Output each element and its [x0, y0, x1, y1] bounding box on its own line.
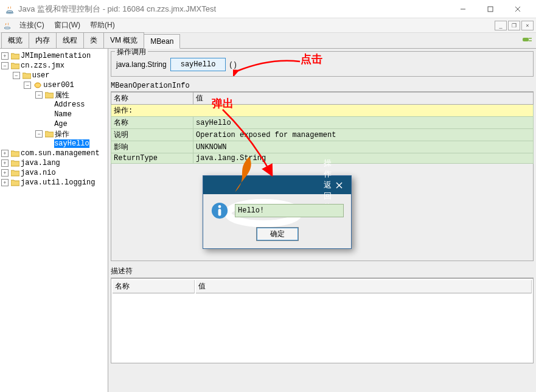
- window-title: Java 监视和管理控制台 - pid: 16084 cn.zzs.jmx.JM…: [18, 4, 449, 15]
- tree-node[interactable]: +java.lang: [1, 158, 106, 168]
- col-name: 名称: [111, 93, 193, 105]
- svg-point-6: [4, 27, 10, 29]
- tree-node[interactable]: −操作: [1, 129, 106, 139]
- tab-threads[interactable]: 线程: [56, 32, 84, 48]
- java-icon: [5, 4, 15, 14]
- svg-point-15: [218, 205, 221, 208]
- svg-rect-3: [488, 7, 493, 12]
- tree-node[interactable]: +java.util.logging: [1, 178, 106, 187]
- maximize-button[interactable]: [476, 1, 504, 18]
- row-operation: 操作:: [111, 105, 534, 117]
- descriptor-header: 描述符: [111, 265, 534, 278]
- col-name: 名称: [113, 280, 195, 293]
- mbean-info-header: MBeanOperationInfo: [111, 80, 534, 92]
- mdi-restore-button[interactable]: ❐: [508, 21, 520, 30]
- tab-mbean[interactable]: MBean: [144, 34, 180, 49]
- col-value: 值: [193, 93, 534, 105]
- tree-node[interactable]: −cn.zzs.jmx: [1, 61, 106, 71]
- menu-help[interactable]: 帮助(H): [85, 18, 120, 32]
- mbean-info-table: 名称值 操作: 名称sayHello 说明Operation exposed f…: [111, 92, 534, 164]
- java-icon: [2, 21, 12, 30]
- java-icon: [207, 128, 320, 242]
- tree-leaf[interactable]: Age: [1, 119, 106, 129]
- info-icon: [211, 201, 229, 220]
- col-value: 值: [196, 280, 532, 293]
- tree-leaf[interactable]: Address: [1, 100, 106, 110]
- mdi-close-button[interactable]: ×: [521, 21, 534, 30]
- tree-node[interactable]: −user: [1, 71, 106, 80]
- mbean-tree[interactable]: +JMImplementation −cn.zzs.jmx −user −use…: [0, 49, 108, 392]
- params-label: ( ): [229, 60, 236, 69]
- menu-window[interactable]: 窗口(W): [49, 18, 85, 32]
- tree-node[interactable]: +java.nio: [1, 168, 106, 178]
- menubar: 连接(C) 窗口(W) 帮助(H) _ ❐ ×: [0, 18, 536, 33]
- operation-invoke-group: 操作调用 java.lang.String sayHello ( ): [111, 51, 534, 77]
- tree-node[interactable]: +JMImplementation: [1, 51, 106, 61]
- tab-overview[interactable]: 概览: [1, 32, 29, 48]
- tab-classes[interactable]: 类: [83, 32, 104, 48]
- tree-node[interactable]: −属性: [1, 90, 106, 100]
- mdi-minimize-button[interactable]: _: [495, 21, 507, 30]
- return-value-field[interactable]: Hello!: [235, 204, 344, 217]
- return-value-dialog: 操作返回值 Hello! 确定: [203, 175, 352, 249]
- dialog-titlebar[interactable]: 操作返回值: [203, 176, 351, 194]
- tabbar: 概览 内存 线程 类 VM 概览 MBean: [0, 33, 536, 49]
- connection-icon: [521, 35, 532, 44]
- tab-memory[interactable]: 内存: [29, 32, 57, 48]
- group-legend: 操作调用: [115, 49, 148, 57]
- return-type-label: java.lang.String: [116, 60, 167, 69]
- close-button[interactable]: [504, 1, 531, 18]
- titlebar: Java 监视和管理控制台 - pid: 16084 cn.zzs.jmx.JM…: [0, 0, 536, 18]
- descriptor-table: 名称值: [111, 278, 534, 363]
- invoke-sayhello-button[interactable]: sayHello: [170, 58, 226, 71]
- dialog-close-button[interactable]: [332, 176, 347, 194]
- tree-node[interactable]: −user001: [1, 80, 106, 90]
- ok-button[interactable]: 确定: [256, 227, 299, 241]
- tree-leaf-selected[interactable]: sayHello: [1, 139, 106, 149]
- minimize-button[interactable]: [449, 1, 476, 18]
- tree-node[interactable]: +com.sun.management: [1, 149, 106, 158]
- tab-vm[interactable]: VM 概览: [103, 32, 144, 48]
- menu-connect[interactable]: 连接(C): [15, 18, 49, 32]
- tree-leaf[interactable]: Name: [1, 110, 106, 119]
- svg-point-10: [35, 83, 41, 88]
- svg-rect-16: [218, 209, 221, 215]
- svg-rect-7: [523, 38, 529, 41]
